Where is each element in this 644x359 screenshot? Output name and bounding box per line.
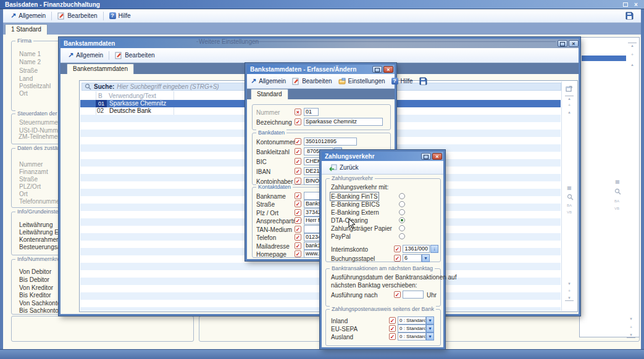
eu-sepa-dropdown-button[interactable]: ▾ bbox=[426, 324, 434, 332]
option-label-ebics[interactable]: E-Banking EBICS bbox=[331, 201, 380, 208]
payment-window-titlebar[interactable]: Zahlungsverkehr × bbox=[322, 152, 443, 161]
vb-icon[interactable]: VB bbox=[614, 207, 619, 210]
column-header-b[interactable]: B bbox=[98, 93, 102, 99]
scroll-down-plus-icon[interactable]: + bbox=[565, 289, 574, 294]
up-arrow-icon[interactable]: ▴ bbox=[565, 110, 574, 115]
main-restore-button[interactable] bbox=[621, 1, 630, 9]
main-titlebar[interactable]: Basisdaten - Finanzbuchhaltung × bbox=[0, 0, 644, 9]
interimskonto-input[interactable]: 1361/000 bbox=[403, 245, 430, 253]
kontonummer-input[interactable]: 3501012895 bbox=[304, 138, 357, 146]
edit-menu-hilfe[interactable]: ? Hilfe bbox=[390, 76, 415, 86]
move-to-top-icon[interactable]: ▴ bbox=[628, 43, 637, 48]
ausland-select[interactable]: 0 : Standard bbox=[398, 332, 426, 340]
edit-menu-einstellungen[interactable]: Einstellungen bbox=[337, 76, 387, 86]
tab-bankenstammdaten[interactable]: Bankenstammdaten bbox=[67, 64, 134, 74]
radio-paypal[interactable] bbox=[399, 233, 405, 239]
move-up-icon[interactable]: + bbox=[628, 52, 637, 57]
ausfuehrung-input[interactable] bbox=[403, 291, 424, 299]
ausland-dropdown-button[interactable]: ▾ bbox=[426, 332, 434, 340]
iban-checkbox[interactable]: ✓ bbox=[295, 168, 301, 175]
window-zahlungsverkehr: Zahlungsverkehr × Zurück Zahlungsverkehr… bbox=[320, 150, 445, 349]
option-label-extern[interactable]: E-Banking Extern bbox=[331, 209, 379, 216]
ausfuehrung-checkbox[interactable]: ✓ bbox=[394, 291, 401, 298]
payment-restore-button[interactable] bbox=[421, 153, 431, 160]
up-arrow-icon[interactable]: ▴ bbox=[628, 62, 637, 67]
edit-menu-bearbeiten[interactable]: Bearbeiten bbox=[290, 76, 333, 86]
main-menu-bearbeiten[interactable]: Bearbeiten bbox=[54, 11, 101, 21]
bezeichnung-checkbox[interactable]: ✓ bbox=[295, 118, 301, 125]
scroll-up-icon[interactable]: + bbox=[565, 103, 574, 108]
bank-menu-allgemein[interactable]: ↗ Allgemein bbox=[64, 51, 107, 60]
right-panel-selected-row[interactable] bbox=[582, 56, 626, 61]
radio-ebics[interactable] bbox=[399, 201, 405, 207]
inland-dropdown-button[interactable]: ▾ bbox=[426, 316, 434, 324]
buchungsstapel-checkbox[interactable]: ✓ bbox=[394, 255, 401, 262]
eu-sepa-checkbox[interactable]: ✓ bbox=[389, 325, 396, 332]
edit-menu-allgemein[interactable]: ↗ Allgemein bbox=[249, 76, 288, 86]
edit-close-button[interactable]: × bbox=[383, 66, 393, 73]
tab-1-standard[interactable]: 1 Standard bbox=[5, 24, 48, 35]
scroll-down-icon[interactable]: ▾ bbox=[565, 281, 574, 286]
radio-extern[interactable] bbox=[399, 209, 405, 215]
main-menu-hilfe[interactable]: ? Hilfe bbox=[106, 11, 135, 20]
bic-checkbox[interactable]: ✓ bbox=[295, 158, 301, 165]
inland-checkbox[interactable]: ✓ bbox=[389, 317, 396, 324]
groupbox-basic: Nummer × 01 Bezeichnung ✓ Sparkasse Chem… bbox=[252, 104, 391, 130]
nummer-input[interactable]: 01 bbox=[304, 108, 319, 116]
payment-close-button[interactable]: × bbox=[432, 153, 442, 160]
interimskonto-lookup-button[interactable]: ↓ bbox=[430, 245, 438, 253]
option-label-papier[interactable]: Zahlungsträger Papier bbox=[331, 225, 392, 232]
main-menu-allgemein[interactable]: ↗ Allgemein bbox=[7, 11, 49, 20]
bankleitzahl-checkbox[interactable]: ✓ bbox=[295, 148, 301, 155]
kontoinhaber-checkbox[interactable]: ✓ bbox=[295, 178, 301, 184]
plz-ort-checkbox[interactable]: ✓ bbox=[295, 209, 301, 216]
ba-icon[interactable]: BA bbox=[614, 199, 619, 203]
bank-close-button[interactable]: × bbox=[569, 40, 579, 47]
grid-icon[interactable]: ▦ bbox=[565, 186, 574, 191]
nummer-checkbox[interactable]: × bbox=[295, 109, 301, 115]
inland-select[interactable]: 0 : Standard bbox=[398, 316, 426, 324]
tab-standard[interactable]: Standard bbox=[251, 89, 288, 99]
strasse-checkbox[interactable]: ✓ bbox=[295, 200, 301, 207]
main-save-button[interactable] bbox=[622, 10, 637, 21]
bank-menu-bearbeiten[interactable]: Bearbeiten bbox=[111, 51, 158, 60]
kontonummer-checkbox[interactable]: ✓ bbox=[295, 138, 301, 145]
eu-sepa-select[interactable]: 0 : Standard bbox=[398, 324, 426, 332]
mailadresse-checkbox[interactable]: ✓ bbox=[295, 242, 301, 249]
radio-dta-clearing-selected[interactable] bbox=[399, 217, 405, 223]
telefon-checkbox[interactable]: ✓ bbox=[295, 234, 301, 241]
magnifier-icon[interactable] bbox=[567, 194, 574, 200]
homepage-checkbox[interactable]: ✓ bbox=[295, 250, 301, 257]
bankname-checkbox[interactable]: ✓ bbox=[295, 192, 301, 199]
column-header-text[interactable]: Verwendung/Text bbox=[109, 93, 156, 99]
move-to-bottom-icon[interactable]: ▾ bbox=[627, 332, 635, 338]
ba-icon[interactable]: BA bbox=[567, 204, 572, 207]
radio-papier[interactable] bbox=[399, 225, 405, 231]
edit-restore-button[interactable] bbox=[372, 66, 382, 73]
option-label-paypal[interactable]: PayPal bbox=[331, 233, 351, 240]
option-label-fints[interactable]: E-Banking FinTS bbox=[331, 193, 378, 200]
column-options-icon[interactable] bbox=[566, 86, 572, 92]
buchungsstapel-dropdown-button[interactable]: ▾ bbox=[422, 254, 430, 262]
ausland-checkbox[interactable]: ✓ bbox=[389, 333, 396, 340]
grid-icon[interactable]: ▦ bbox=[613, 180, 622, 184]
vb-icon[interactable]: VB bbox=[567, 210, 572, 214]
bezeichnung-input[interactable]: Sparkasse Chemnitz bbox=[304, 118, 383, 126]
bank-window-titlebar[interactable]: Bankstammdaten × bbox=[61, 39, 579, 48]
scroll-to-top-icon[interactable]: ▴ bbox=[565, 96, 574, 101]
main-close-button[interactable]: × bbox=[632, 1, 640, 9]
scroll-to-bottom-icon[interactable]: ▾ bbox=[565, 295, 574, 301]
search-magnifier-icon[interactable] bbox=[614, 188, 621, 195]
back-button[interactable]: Zurück bbox=[325, 163, 362, 173]
bank-restore-button[interactable] bbox=[558, 40, 567, 47]
field-label-finanzamt: Finanzamt bbox=[19, 168, 48, 175]
edit-window-titlebar[interactable]: Bankstammdaten - Erfassen/Ändern × bbox=[247, 65, 395, 74]
buchungsstapel-select[interactable]: 6 bbox=[403, 254, 422, 262]
interimskonto-checkbox[interactable]: ✓ bbox=[394, 246, 401, 252]
down-arrow-icon[interactable]: ▾ bbox=[627, 316, 635, 321]
ansprechpartner-checkbox[interactable]: ✓ bbox=[295, 217, 301, 224]
radio-fints[interactable] bbox=[399, 193, 405, 199]
edit-save-button[interactable] bbox=[417, 76, 429, 86]
tan-medium-checkbox[interactable]: ✓ bbox=[295, 226, 301, 233]
move-down-icon[interactable]: + bbox=[627, 325, 635, 330]
